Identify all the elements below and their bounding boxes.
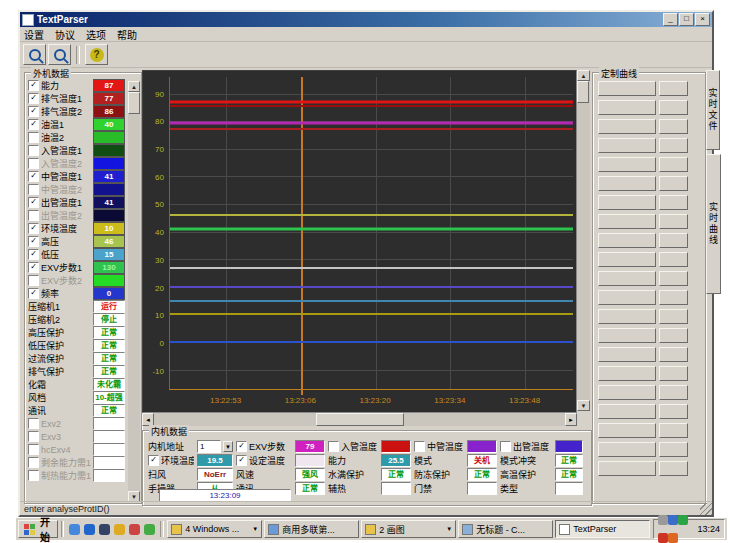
dropdown-arrow-icon[interactable]: ▼	[223, 441, 233, 452]
taskbar-button[interactable]: 4 Windows ...▼	[167, 520, 262, 538]
indoor-checkbox[interactable]	[328, 441, 339, 452]
side-tab[interactable]: 实时曲线	[706, 154, 721, 294]
taskbar-button[interactable]: 2 画图▼	[361, 520, 456, 538]
sensor-checkbox[interactable]	[28, 275, 39, 286]
taskbar-button[interactable]: 无标题 - C...	[458, 520, 553, 538]
indoor-checkbox[interactable]	[500, 441, 511, 452]
quick-launch-icon-4[interactable]	[114, 524, 125, 535]
start-button[interactable]: 开始	[18, 520, 58, 538]
curve-button[interactable]	[598, 119, 656, 134]
sensor-checkbox[interactable]: ✓	[28, 288, 39, 299]
zoom-in-button[interactable]	[23, 44, 46, 65]
taskbar-button[interactable]: TextParser	[555, 520, 650, 538]
minimize-button[interactable]: _	[663, 13, 678, 26]
curve-slot-button[interactable]	[659, 404, 688, 419]
scroll-down-icon[interactable]: ▼	[577, 400, 590, 411]
curve-slot-button[interactable]	[659, 328, 688, 343]
curve-button[interactable]	[598, 176, 656, 191]
curve-button[interactable]	[598, 366, 656, 381]
curve-button[interactable]	[598, 271, 656, 286]
quick-launch-icon-5[interactable]	[129, 524, 140, 535]
close-button[interactable]: ×	[695, 13, 710, 26]
curve-slot-button[interactable]	[659, 309, 688, 324]
sensor-checkbox[interactable]	[28, 158, 39, 169]
extra-checkbox[interactable]	[28, 470, 39, 481]
curve-slot-button[interactable]	[659, 195, 688, 210]
curve-button[interactable]	[598, 157, 656, 172]
tray-icon-2[interactable]	[668, 515, 678, 525]
quick-launch-icon-3[interactable]	[99, 524, 110, 535]
curve-slot-button[interactable]	[659, 366, 688, 381]
curve-slot-button[interactable]	[659, 385, 688, 400]
extra-checkbox[interactable]	[28, 444, 39, 455]
chart-horizontal-scrollbar[interactable]: ◄ ►	[142, 413, 577, 426]
quick-launch-icon-6[interactable]	[144, 524, 155, 535]
curve-button[interactable]	[598, 404, 656, 419]
resize-grip[interactable]	[700, 503, 712, 515]
curve-slot-button[interactable]	[659, 442, 688, 457]
curve-button[interactable]	[598, 461, 656, 476]
curve-button[interactable]	[598, 328, 656, 343]
curve-slot-button[interactable]	[659, 176, 688, 191]
curve-button[interactable]	[598, 138, 656, 153]
indoor-address-select[interactable]: 1▼	[197, 440, 233, 453]
sensor-checkbox[interactable]: ✓	[28, 119, 39, 130]
curve-slot-button[interactable]	[659, 461, 688, 476]
quick-launch-icon-2[interactable]	[84, 524, 95, 535]
curve-slot-button[interactable]	[659, 423, 688, 438]
curve-slot-button[interactable]	[659, 138, 688, 153]
curve-slot-button[interactable]	[659, 81, 688, 96]
scrollbar-thumb[interactable]	[316, 413, 404, 426]
curve-button[interactable]	[598, 423, 656, 438]
side-tab[interactable]: 实时文件	[706, 70, 720, 150]
sensor-checkbox[interactable]: ✓	[28, 93, 39, 104]
indoor-checkbox[interactable]: ✓	[236, 455, 247, 466]
curve-button[interactable]	[598, 442, 656, 457]
tray-icon-1[interactable]	[658, 515, 668, 525]
trend-chart[interactable]: 9080706050403020100-10 13:22:5313:23:061…	[142, 70, 577, 413]
curve-slot-button[interactable]	[659, 119, 688, 134]
sensor-checkbox[interactable]: ✓	[28, 262, 39, 273]
indoor-checkbox[interactable]: ✓	[236, 441, 247, 452]
curve-button[interactable]	[598, 385, 656, 400]
extra-checkbox[interactable]	[28, 431, 39, 442]
sensor-checkbox[interactable]: ✓	[28, 223, 39, 234]
help-button[interactable]: ?	[85, 44, 108, 65]
curve-button[interactable]	[598, 252, 656, 267]
sensor-checkbox[interactable]: ✓	[28, 249, 39, 260]
curve-slot-button[interactable]	[659, 252, 688, 267]
outdoor-scrollbar[interactable]: ▲ ▼	[128, 81, 140, 502]
curve-slot-button[interactable]	[659, 157, 688, 172]
curve-button[interactable]	[598, 309, 656, 324]
indoor-checkbox[interactable]	[414, 441, 425, 452]
curve-button[interactable]	[598, 100, 656, 115]
sensor-checkbox[interactable]	[28, 145, 39, 156]
chart-cursor[interactable]	[301, 77, 303, 395]
sensor-checkbox[interactable]: ✓	[28, 197, 39, 208]
chart-vertical-scrollbar[interactable]: ▲ ▼	[577, 70, 590, 411]
menu-item[interactable]: 协议	[55, 27, 75, 42]
titlebar[interactable]: TextParser _ □ ×	[20, 12, 712, 27]
curve-slot-button[interactable]	[659, 214, 688, 229]
curve-slot-button[interactable]	[659, 233, 688, 248]
scrollbar-thumb[interactable]	[577, 81, 589, 103]
extra-checkbox[interactable]	[28, 457, 39, 468]
tray-icon-3[interactable]	[678, 515, 688, 525]
tray-icon-4[interactable]	[658, 533, 668, 543]
sensor-checkbox[interactable]	[28, 210, 39, 221]
extra-checkbox[interactable]	[28, 418, 39, 429]
curve-button[interactable]	[598, 195, 656, 210]
curve-slot-button[interactable]	[659, 347, 688, 362]
menu-item[interactable]: 选项	[86, 27, 106, 42]
sensor-checkbox[interactable]: ✓	[28, 171, 39, 182]
curve-button[interactable]	[598, 81, 656, 96]
curve-slot-button[interactable]	[659, 271, 688, 286]
curve-slot-button[interactable]	[659, 290, 688, 305]
quick-launch-icon-1[interactable]	[69, 524, 80, 535]
maximize-button[interactable]: □	[679, 13, 694, 26]
sensor-checkbox[interactable]	[28, 184, 39, 195]
curve-button[interactable]	[598, 347, 656, 362]
sensor-checkbox[interactable]: ✓	[28, 80, 39, 91]
scroll-right-icon[interactable]: ►	[565, 413, 577, 426]
scrollbar-thumb[interactable]	[128, 92, 140, 114]
